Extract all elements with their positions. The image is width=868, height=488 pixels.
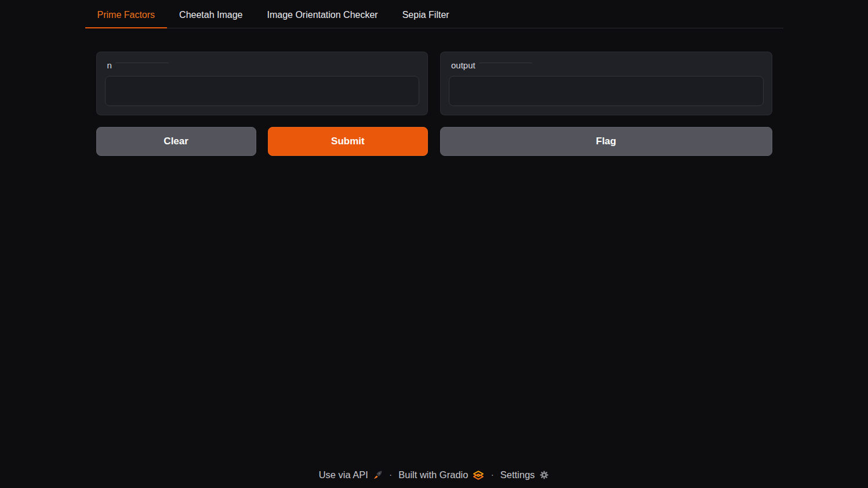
action-button-row: Clear Submit (96, 127, 428, 156)
tab-prime-factors[interactable]: Prime Factors (85, 3, 168, 28)
input-textbox[interactable] (105, 76, 420, 106)
footer: Use via API · Built with Gradio · (85, 464, 783, 488)
io-grid: n output Clear Submit Flag (96, 52, 772, 156)
output-label: output (451, 60, 762, 70)
content-spacer (85, 156, 783, 464)
app-container: Prime Factors Cheetah Image Image Orient… (85, 0, 783, 488)
label-divider (479, 63, 532, 63)
use-via-api-link[interactable]: Use via API (319, 469, 383, 480)
clear-button[interactable]: Clear (96, 127, 256, 156)
gear-icon (539, 470, 549, 480)
settings-label: Settings (500, 469, 535, 480)
label-divider (115, 63, 169, 63)
submit-button[interactable]: Submit (268, 127, 428, 156)
output-label-text: output (451, 60, 475, 70)
tab-cheetah-image[interactable]: Cheetah Image (167, 3, 255, 28)
input-panel: n (96, 52, 428, 115)
settings-link[interactable]: Settings (500, 469, 550, 480)
output-textbox[interactable] (449, 76, 764, 106)
use-via-api-label: Use via API (319, 469, 368, 480)
input-label: n (107, 60, 419, 70)
tab-image-orientation-checker[interactable]: Image Orientation Checker (255, 3, 390, 28)
output-panel: output (440, 52, 772, 115)
input-label-text: n (107, 60, 112, 70)
footer-separator: · (389, 470, 392, 480)
gradio-logo-icon (473, 471, 484, 480)
rocket-icon (373, 470, 383, 480)
built-with-gradio-link[interactable]: Built with Gradio (398, 469, 484, 480)
tab-bar: Prime Factors Cheetah Image Image Orient… (85, 0, 783, 28)
flag-button-row: Flag (440, 127, 772, 156)
tab-sepia-filter[interactable]: Sepia Filter (390, 3, 462, 28)
footer-separator: · (491, 470, 493, 480)
tab-content: n output Clear Submit Flag (85, 28, 783, 156)
flag-button[interactable]: Flag (440, 127, 772, 156)
built-with-gradio-label: Built with Gradio (398, 469, 468, 480)
